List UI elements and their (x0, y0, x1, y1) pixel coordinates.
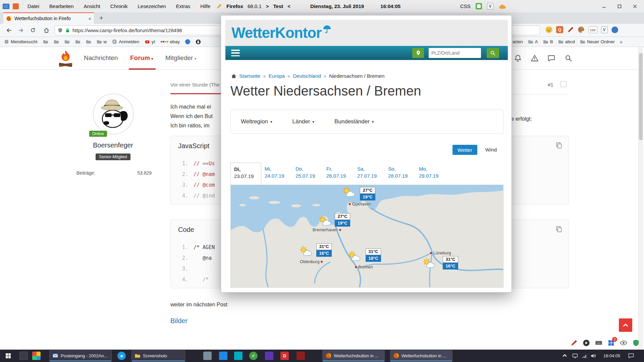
css-badge-icon[interactable]: css (588, 26, 597, 33)
menu-lesezeichen[interactable]: Lesezeichen (137, 3, 166, 9)
menu-extras[interactable]: Extras (175, 3, 191, 9)
campfire-logo[interactable] (57, 49, 74, 68)
back-button[interactable] (5, 26, 13, 34)
bookmark-folder-3[interactable] (64, 39, 70, 44)
bookmark-accessibility[interactable] (185, 39, 190, 44)
bookmark-abcd[interactable]: abcd (558, 39, 575, 44)
filter-weltregion[interactable]: Weltregion▾ (241, 118, 272, 125)
brush-extension-icon[interactable] (567, 26, 574, 33)
search-icon[interactable] (565, 54, 573, 62)
v-extension-icon[interactable]: V (487, 3, 493, 9)
taskbar-button-firefox-2[interactable]: Wetterfuchsbutton in ... (390, 350, 452, 361)
location-search-input[interactable] (429, 48, 481, 58)
alerts-warning-icon[interactable] (531, 54, 539, 62)
brush-tray-icon[interactable] (570, 339, 578, 347)
edge-icon[interactable]: e (117, 352, 126, 360)
bookmark-karten-partial[interactable]: arten (513, 39, 523, 44)
taskbar-button-firefox-1[interactable]: Wetterfuchsbutton in ... (322, 350, 385, 361)
bookmark-anmelden[interactable]: Anmelden (112, 39, 139, 44)
post-select-checkbox[interactable] (560, 81, 567, 87)
post-number[interactable]: #1 (548, 82, 553, 87)
copy-code-icon[interactable] (556, 142, 562, 148)
breadcrumb-startseite[interactable]: Startseite (239, 73, 260, 79)
close-button[interactable] (627, 1, 643, 12)
action-center-icon[interactable] (628, 353, 634, 359)
css-toggle-label[interactable]: CSS (460, 3, 471, 9)
tracking-shield-icon[interactable] (58, 28, 63, 33)
network-tray-icon[interactable] (582, 353, 587, 359)
tray-expand-chevron[interactable] (562, 353, 567, 358)
wetterkontor-logo[interactable]: WetterKontor (231, 24, 321, 41)
scrollbar-track[interactable] (638, 47, 643, 350)
blue-extension-icon[interactable] (611, 26, 618, 33)
bilder-section-link[interactable]: Bilder (170, 317, 187, 325)
new-tab-button[interactable]: + (97, 13, 106, 23)
day-tab[interactable]: Mo,29.07.19 (416, 163, 446, 185)
menu-hilfe[interactable]: Hilfe (200, 3, 211, 9)
d-app-icon[interactable]: D (280, 352, 289, 360)
maximize-button[interactable] (612, 1, 627, 12)
bookmark-yt[interactable]: yt (145, 39, 155, 44)
keyboard-tray-icon[interactable] (595, 339, 602, 347)
taskbar-app-icon[interactable] (265, 352, 273, 360)
smiley-extension-icon[interactable] (545, 26, 552, 33)
photos-app-icon[interactable] (32, 352, 41, 360)
checkmark-app-icon[interactable]: ✓ (249, 352, 258, 360)
search-submit-button[interactable] (487, 48, 499, 58)
bookmark-folder-a[interactable]: A (528, 39, 538, 44)
forward-button[interactable] (17, 26, 25, 34)
taskbar-app-icon[interactable] (219, 352, 227, 360)
filter-laender[interactable]: Länder▾ (292, 118, 314, 125)
nav-nachrichten[interactable]: Nachrichten (84, 54, 118, 62)
home-button[interactable] (42, 26, 50, 34)
username[interactable]: Boersenfeger (68, 141, 158, 149)
palette-extension-icon[interactable] (578, 26, 585, 33)
day-tab[interactable]: Mi,24.07.19 (261, 163, 292, 185)
messages-chat-icon[interactable] (547, 54, 555, 62)
lock-icon[interactable] (65, 28, 70, 33)
day-tab-active[interactable]: Di,23.07.19 (230, 163, 261, 185)
weather-map[interactable]: 27°C 19°C Cuxhaven 27°C 19°C Bremerhaven… (230, 185, 503, 288)
bookmark-ebay[interactable]: ebay (161, 39, 180, 44)
grid-tray-icon[interactable]: 2 (607, 339, 615, 347)
bookmark-neuer-ordner[interactable]: Neuer Ordner (580, 39, 615, 44)
bookmark-github[interactable] (196, 39, 201, 45)
filter-bundeslaender[interactable]: Bundesländer▾ (334, 118, 374, 125)
post-timestamp[interactable]: Vor einer Stunde (The (170, 82, 220, 87)
qwant-extension-icon[interactable]: Q (556, 26, 563, 33)
avatar[interactable] (93, 93, 134, 135)
taskbar-button-screenshots[interactable]: Screenshots (131, 350, 185, 361)
wind-toggle-button[interactable]: Wind (485, 147, 497, 153)
tab-close-icon[interactable]: × (88, 16, 91, 21)
taskbar-app-icon[interactable] (19, 352, 28, 360)
browser-tab-active[interactable]: Wetterfuchsbutton in Firefo × (3, 12, 94, 24)
taskbar-button-posteingang[interactable]: Posteingang - 2002An... (49, 350, 112, 361)
bookmark-folder-2[interactable] (54, 39, 59, 44)
minimize-button[interactable] (596, 1, 612, 12)
nav-mitglieder[interactable]: Mitglieder▾ (165, 54, 196, 62)
scroll-to-top-button[interactable] (619, 318, 632, 332)
notifications-bell-icon[interactable] (514, 54, 522, 62)
bookmark-folder-w[interactable]: w (97, 39, 107, 44)
home-icon[interactable] (231, 73, 236, 79)
day-tab[interactable]: So,28.07.19 (385, 163, 416, 185)
menu-bearbeiten[interactable]: Bearbeiten (49, 3, 74, 9)
v-toolbar-icon[interactable]: V (601, 26, 608, 33)
shield-tray-icon[interactable] (632, 339, 640, 347)
taskbar-app-icon[interactable] (203, 352, 212, 360)
cloud-extension-icon[interactable] (498, 4, 506, 9)
nav-forum[interactable]: Forum▾ (130, 54, 153, 62)
extension-icon-green[interactable] (476, 3, 482, 9)
scrollbar-thumb[interactable] (639, 53, 643, 140)
reload-button[interactable] (29, 26, 37, 34)
bookmarks-overflow-button[interactable]: » (620, 39, 623, 45)
day-tab[interactable]: Sa,27.07.19 (354, 163, 385, 185)
bookmark-folder-b[interactable]: B (543, 39, 553, 44)
wetter-toggle-button[interactable]: Wetter (452, 145, 477, 155)
menu-datei[interactable]: Datei (27, 3, 40, 9)
taskbar-clock[interactable]: 16:04:05 (600, 350, 624, 362)
display-tray-icon[interactable] (572, 353, 578, 359)
day-tab[interactable]: Do,25.07.19 (292, 163, 323, 185)
start-button[interactable] (0, 350, 16, 362)
breadcrumb-deutschland[interactable]: Deutschland (293, 73, 321, 79)
